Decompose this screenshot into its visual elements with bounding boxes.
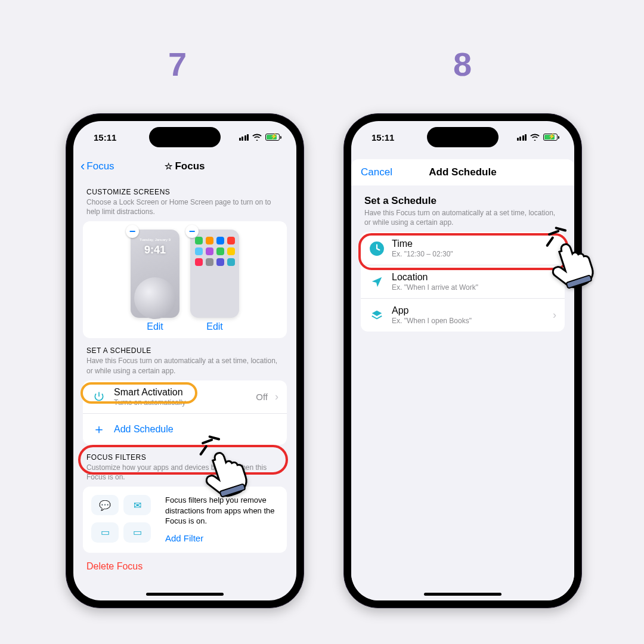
add-schedule-row[interactable]: ＋ Add Schedule [83,413,287,445]
mail-icon: ✉︎ [123,495,151,515]
screen: 15:11 ⚡ ‹ Focus ☆Focus CUSTOMIZE SCREENS… [73,121,296,600]
status-bar: 15:11 ⚡ [351,121,574,153]
nav-bar: ‹ Focus ☆Focus [73,153,296,179]
delete-focus[interactable]: Delete Focus [83,553,287,572]
battery-icon: ⚡ [265,134,280,141]
time-row[interactable]: Time Ex. "12:30 – 02:30" [361,232,565,265]
schedule-options-card: Time Ex. "12:30 – 02:30" Location Ex. "W… [361,232,565,332]
status-time: 15:11 [94,132,116,143]
lowpower-icon: ▭ [123,522,151,543]
set-schedule-title: Set a Schedule [361,185,565,208]
location-title: Location [392,272,556,283]
filters-sub: Customize how your apps and devices beha… [83,463,287,487]
wifi-icon [530,134,540,141]
lock-date: Tuesday, January 9 [131,238,179,242]
power-icon [91,391,107,402]
app-icon [369,309,385,322]
edit-lockscreen[interactable]: Edit [147,321,163,332]
status-bar: 15:11 ⚡ [73,121,296,153]
back-label: Focus [86,160,114,172]
cellular-icon [239,134,249,141]
step-label-8: 8 [453,45,472,83]
smart-title: Smart Activation [114,387,249,398]
messages-icon: 💬 [91,495,119,515]
star-icon: ☆ [165,161,172,171]
schedule-card: Smart Activation Turns on automatically … [83,380,287,445]
homescreen-thumb[interactable]: − [190,230,239,318]
filter-app-icons: 💬 ✉︎ ▭ ▭ [91,495,157,544]
plus-icon: ＋ [91,420,107,438]
status-time: 15:11 [371,132,394,143]
clock-icon [369,241,385,256]
add-filter-link[interactable]: Add Filter [165,532,278,544]
app-sub: Ex. "When I open Books" [392,317,546,325]
phone-right: 15:11 ⚡ Cancel Add Schedule Set a Schedu… [343,113,582,608]
filters-header: FOCUS FILTERS [83,445,287,463]
home-indicator[interactable] [146,593,224,596]
wifi-icon [252,134,262,141]
remove-button[interactable]: − [126,225,139,238]
cellular-icon [517,134,527,141]
calendar-icon: ▭ [91,522,119,543]
cancel-button[interactable]: Cancel [361,166,392,178]
smart-activation-row[interactable]: Smart Activation Turns on automatically … [83,380,287,413]
customize-sub: Choose a Lock Screen or Home Screen page… [83,197,287,221]
battery-icon: ⚡ [543,134,558,141]
schedule-sub: Have this Focus turn on automatically at… [83,356,287,380]
screen: 15:11 ⚡ Cancel Add Schedule Set a Schedu… [351,121,574,600]
add-schedule-label: Add Schedule [114,424,174,435]
home-indicator[interactable] [424,593,501,596]
nav-title: ☆Focus [165,160,205,172]
edit-homescreen[interactable]: Edit [206,321,223,332]
smart-value: Off [256,392,268,402]
filters-desc: Focus filters help you remove distractio… [165,495,278,527]
app-title: App [392,305,546,316]
filters-card: 💬 ✉︎ ▭ ▭ Focus filters help you remove d… [83,487,287,553]
remove-button[interactable]: − [185,225,199,238]
time-title: Time [392,239,556,249]
lockscreen-thumb[interactable]: − Tuesday, January 9 9:41 [131,230,179,318]
step-label-7: 7 [168,45,187,83]
modal-title: Add Schedule [429,166,496,178]
location-row[interactable]: Location Ex. "When I arrive at Work" [361,265,565,298]
time-sub: Ex. "12:30 – 02:30" [392,250,556,258]
phone-left: 15:11 ⚡ ‹ Focus ☆Focus CUSTOMIZE SCREENS… [66,113,304,608]
app-row[interactable]: App Ex. "When I open Books" › [361,298,565,332]
back-button[interactable]: ‹ Focus [80,160,114,172]
location-icon [369,275,385,289]
chevron-right-icon: › [275,391,278,403]
modal-nav-bar: Cancel Add Schedule [351,159,574,185]
set-schedule-sub: Have this Focus turn on automatically at… [361,208,565,232]
location-sub: Ex. "When I arrive at Work" [392,283,556,292]
customize-header: CUSTOMIZE SCREENS [83,179,287,197]
schedule-header: SET A SCHEDULE [83,338,287,356]
screens-card: − Tuesday, January 9 9:41 Edit − [83,221,287,338]
lock-clock: 9:41 [131,244,179,256]
smart-sub: Turns on automatically [114,398,249,407]
chevron-right-icon: › [553,309,556,321]
